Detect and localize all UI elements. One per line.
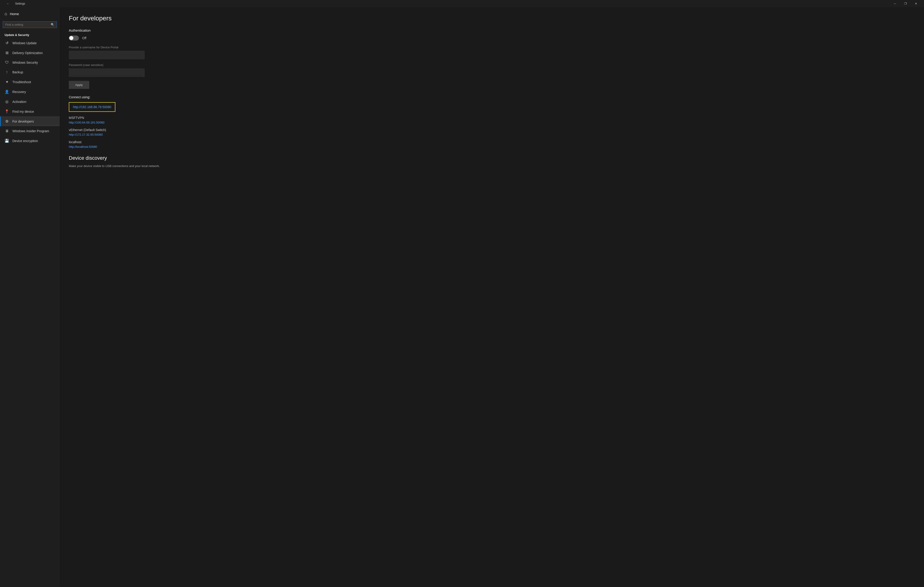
device-discovery-section: Device discovery Make your device visibl…	[69, 155, 915, 168]
back-icon: ←	[7, 2, 10, 5]
windows-update-icon: ↺	[5, 41, 9, 45]
username-field-label: Provide a username for Device Portal	[69, 46, 915, 49]
sidebar-item-find-my-device[interactable]: 📍 Find my device	[0, 107, 59, 117]
password-field-label: Password (case sensitive)	[69, 63, 915, 67]
title-bar-controls: ─ ❐ ✕	[889, 0, 921, 7]
network-name-msftvpn: MSFTVPN	[69, 116, 915, 120]
sidebar-item-label: Delivery Optimization	[12, 51, 43, 55]
sidebar-item-label: For developers	[12, 120, 34, 123]
connect-label: Connect using:	[69, 95, 915, 99]
sidebar-section-label: Update & Security	[0, 31, 59, 38]
username-input[interactable]	[69, 51, 145, 59]
close-icon: ✕	[915, 2, 917, 5]
sidebar-item-label: Windows Update	[12, 41, 37, 45]
sidebar-item-backup[interactable]: ↑ Backup	[0, 67, 59, 77]
sidebar-item-windows-insider[interactable]: 🖥 Windows Insider Program	[0, 126, 59, 136]
sidebar-item-label: Backup	[12, 70, 23, 74]
search-box[interactable]: 🔍	[3, 21, 57, 28]
toggle-row: Off	[69, 36, 915, 41]
backup-icon: ↑	[5, 70, 9, 74]
device-discovery-desc: Make your device visible to USB connecti…	[69, 164, 188, 168]
minimize-button[interactable]: ─	[889, 0, 900, 7]
title-bar-title: Settings	[15, 2, 25, 5]
back-button[interactable]: ←	[3, 0, 13, 7]
main-panel: For developers Authentication Off Provid…	[59, 7, 924, 587]
auth-toggle[interactable]	[69, 36, 79, 41]
network-entry-localhost: localhost http://localhost:50080	[69, 140, 915, 149]
windows-security-icon: 🛡	[5, 61, 9, 65]
for-developers-icon: ⚙	[5, 119, 9, 123]
sidebar-item-windows-security[interactable]: 🛡 Windows Security	[0, 58, 59, 67]
sidebar-home[interactable]: ⌂ Home	[0, 7, 59, 20]
sidebar-item-delivery-optimization[interactable]: ⊞ Delivery Optimization	[0, 48, 59, 58]
delivery-optimization-icon: ⊞	[5, 51, 9, 55]
sidebar-item-label: Windows Security	[12, 61, 38, 64]
device-encryption-icon: 💾	[5, 139, 9, 143]
sidebar-item-windows-update[interactable]: ↺ Windows Update	[0, 38, 59, 48]
network-link-vethernet[interactable]: http://172.17.32.65:50080	[69, 133, 103, 136]
close-button[interactable]: ✕	[911, 0, 921, 7]
network-link-localhost[interactable]: http://localhost:50080	[69, 145, 97, 148]
device-discovery-title: Device discovery	[69, 155, 915, 161]
auth-section-title: Authentication	[69, 28, 915, 32]
sidebar-item-recovery[interactable]: 👤 Recovery	[0, 87, 59, 97]
sidebar-item-label: Find my device	[12, 110, 34, 113]
toggle-knob	[69, 36, 73, 40]
network-entry-msftvpn: MSFTVPN http://100.64.69.181:50080	[69, 116, 915, 124]
troubleshoot-icon: ✦	[5, 80, 9, 84]
home-icon: ⌂	[5, 12, 7, 16]
title-bar: ← Settings ─ ❐ ✕	[0, 0, 924, 7]
network-entry-vethernet: vEthernet (Default Switch) http://172.17…	[69, 128, 915, 136]
network-link-msftvpn[interactable]: http://100.64.69.181:50080	[69, 121, 104, 124]
search-input[interactable]	[5, 23, 49, 26]
app-container: ⌂ Home 🔍 Update & Security ↺ Windows Upd…	[0, 7, 924, 587]
network-name-localhost: localhost	[69, 140, 915, 144]
sidebar: ⌂ Home 🔍 Update & Security ↺ Windows Upd…	[0, 7, 59, 587]
sidebar-home-label: Home	[10, 12, 19, 16]
primary-connect-link-box[interactable]: http://192.168.86.78:50080	[69, 102, 116, 112]
sidebar-item-label: Device encryption	[12, 139, 38, 143]
sidebar-item-device-encryption[interactable]: 💾 Device encryption	[0, 136, 59, 146]
activation-icon: ◎	[5, 99, 9, 104]
primary-connect-link[interactable]: http://192.168.86.78:50080	[73, 105, 111, 109]
title-bar-left: ← Settings	[3, 0, 25, 7]
network-name-vethernet: vEthernet (Default Switch)	[69, 128, 915, 132]
page-title: For developers	[69, 15, 915, 22]
sidebar-item-label: Recovery	[12, 90, 26, 94]
sidebar-item-label: Troubleshoot	[12, 80, 31, 84]
sidebar-item-activation[interactable]: ◎ Activation	[0, 97, 59, 107]
find-my-device-icon: 📍	[5, 109, 9, 113]
password-input[interactable]	[69, 69, 145, 77]
apply-button[interactable]: Apply	[69, 81, 89, 89]
windows-insider-icon: 🖥	[5, 129, 9, 133]
search-icon: 🔍	[51, 23, 54, 26]
sidebar-item-for-developers[interactable]: ⚙ For developers	[0, 117, 59, 126]
restore-icon: ❐	[904, 2, 907, 5]
sidebar-item-troubleshoot[interactable]: ✦ Troubleshoot	[0, 77, 59, 87]
restore-button[interactable]: ❐	[900, 0, 911, 7]
sidebar-item-label: Activation	[12, 100, 26, 104]
minimize-icon: ─	[894, 2, 896, 5]
recovery-icon: 👤	[5, 90, 9, 94]
sidebar-item-label: Windows Insider Program	[12, 129, 49, 133]
toggle-label: Off	[82, 36, 86, 40]
